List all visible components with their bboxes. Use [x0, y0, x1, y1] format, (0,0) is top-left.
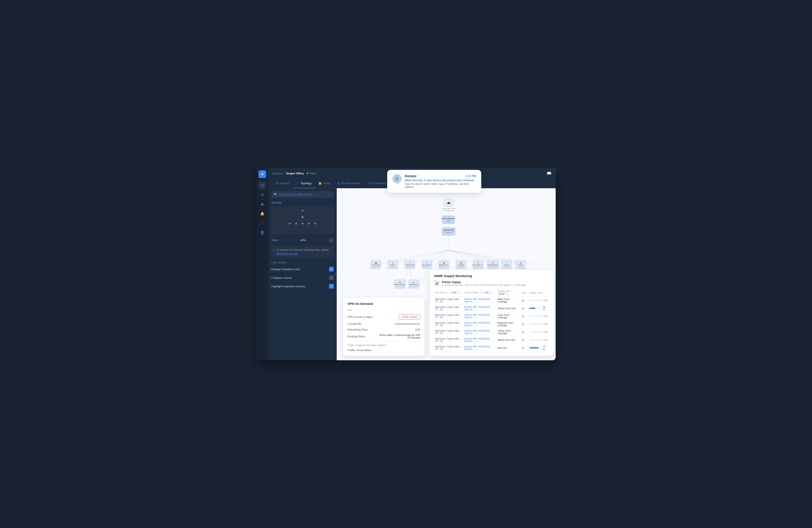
td-level: 0 % — [528, 328, 549, 336]
topology-canvas[interactable]: ☁ Down 416.7 Mb/s Up 16.83 Mb/s Dream Ma… — [337, 188, 556, 360]
svg-text:ManageEngine1...: ManageEngine1... — [487, 264, 499, 266]
tab-remote-access-label: Remote Access — [341, 182, 361, 185]
table-row: BistroVista - Draper office - UT - USBro… — [434, 304, 549, 312]
svg-text:📡: 📡 — [426, 262, 428, 264]
filter-item-highlight-important: Highlight Important Devices ✓ — [271, 284, 334, 289]
sidebar-icon-download[interactable]: ↓ — [259, 219, 266, 227]
td-type: 🖨 — [520, 304, 528, 312]
notification-popup: D Domotz 1:21 PM [New Device]: A new dev… — [387, 170, 481, 193]
close-tunnel-button[interactable]: Close Tunnel — [399, 314, 420, 319]
supply-sort-icon[interactable]: ⇅ — [511, 290, 512, 292]
device-sort-icon[interactable]: ⇅ — [480, 291, 481, 294]
scale-expand-icon[interactable]: ✥ — [329, 238, 334, 243]
td-device[interactable]: Brother MFC-9340CDW - Main Pr... > — [463, 312, 496, 320]
tab-alerts[interactable]: 🔔 Alerts — [315, 179, 334, 188]
vpn-routing-label: Routing Policy — [347, 335, 365, 338]
device-filter-input[interactable] — [482, 291, 493, 294]
tab-remote-access[interactable]: 🖧 Remote Access — [334, 179, 364, 188]
printer-icon: 🖨 — [434, 280, 440, 286]
td-device[interactable]: Brother MFC-9340CDW - Main Pr... > — [463, 344, 496, 352]
td-device[interactable]: Brother MFC-9340CDW - Main Pr... > — [463, 297, 496, 304]
td-supply: Belt Unit — [496, 344, 520, 352]
devices-tab-icon: ⊞ — [276, 182, 278, 185]
col-site-name: Site Name ⇅ — [434, 289, 463, 297]
td-site: BistroVista - Draper office - UT - US — [434, 312, 463, 320]
vpn-remaining-value: 1 hr — [416, 328, 420, 331]
vpn-routing-row: Routing Policy All the traffic is routed… — [347, 334, 420, 339]
svg-text:Graphit...: Graphit... — [390, 266, 395, 268]
snmp-printer-row: 🖨 Printer Supply 3 monitored devices · R… — [434, 280, 549, 286]
tab-alerts-label: Alerts — [323, 182, 330, 185]
svg-text:USW-24-PoE: USW-24-PoE — [444, 229, 454, 231]
alerts-tab-icon: 🔔 — [318, 182, 322, 185]
svg-text:LTS Camera: LTS Camera — [372, 264, 380, 266]
created-by-bar — [394, 323, 420, 325]
svg-text:Cisco Systems, Inc.: Cisco Systems, Inc. — [473, 266, 483, 268]
svg-text:⬡: ⬡ — [506, 262, 507, 263]
td-type: 🖨 — [520, 328, 528, 336]
svg-point-18 — [302, 223, 303, 225]
sidebar-icon-settings[interactable]: ⚙ — [259, 191, 266, 199]
table-row: BistroVista - Draper office - UT - USBro… — [434, 344, 549, 352]
mini-map — [271, 206, 334, 234]
svg-text:🔀: 🔀 — [477, 262, 479, 264]
svg-text:Unknown: Unknown — [518, 266, 523, 268]
filter-devices-label: Filter Devices — [271, 261, 334, 264]
td-level: 0 % — [528, 336, 549, 344]
tab-topology-label: Topology — [300, 182, 311, 185]
svg-text:Hangzhou Hik...: Hangzhou Hik... — [372, 266, 380, 268]
vpn-created-by-label: Created By — [347, 322, 361, 325]
supply-filter-input[interactable] — [498, 292, 508, 296]
search-input[interactable] — [279, 193, 331, 196]
td-device[interactable]: Brother MFC-9340CDW - Main Pr... > — [463, 328, 496, 336]
svg-text:💾: 💾 — [460, 262, 462, 264]
td-type: 🖨 — [520, 320, 528, 328]
status-dot — [307, 173, 308, 174]
sidebar-icon-network[interactable]: ⊕ — [259, 182, 266, 189]
search-icon: 🔍 — [274, 193, 277, 196]
breadcrumb-explorer[interactable]: Explorer — [273, 172, 283, 175]
sidebar-logo[interactable]: d — [259, 170, 266, 178]
sidebar-icon-user[interactable]: 👤 — [259, 228, 266, 236]
info-box: ℹ To improve the Network Topology Map, p… — [271, 246, 334, 258]
tab-topology[interactable]: ⋮ Topology — [293, 179, 315, 188]
snmp-title: SNMP Supply Monitoring — [434, 274, 549, 278]
filter-collapse-leaves-checkbox[interactable]: — — [329, 275, 334, 280]
tab-connectivity[interactable]: ◎ Connectivity — [364, 179, 390, 188]
svg-line-11 — [309, 224, 311, 230]
svg-point-15 — [302, 216, 304, 218]
svg-text:Ubiquiti: Ubiquiti — [446, 220, 451, 222]
td-device[interactable]: Brother MFC-9340CDW - Main Pr... > — [463, 304, 496, 312]
follow-checklist-link[interactable]: follow this checklist — [276, 252, 298, 255]
sidebar-icon-monitor[interactable]: ◉ — [259, 200, 266, 208]
site-sort-icon[interactable]: ⇅ — [447, 291, 449, 294]
svg-text:Cisco Switch - S...: Cisco Switch - S... — [472, 264, 484, 266]
book-icon[interactable]: 📖 — [547, 171, 551, 176]
td-level: 0 % — [528, 320, 549, 328]
svg-point-16 — [289, 223, 291, 225]
notification-avatar: D — [392, 174, 402, 184]
info-text: To improve the Network Topology Map, ple… — [276, 248, 329, 252]
filter-item-collapse-leaves: Collapse Leaves — — [271, 275, 334, 280]
svg-text:☁: ☁ — [447, 200, 450, 204]
status-text: Online — [309, 172, 316, 174]
td-level: 0 % — [528, 312, 549, 320]
sidebar-icon-alerts[interactable]: 🔔 — [259, 210, 266, 217]
svg-text:git-insert: git-insert — [504, 264, 509, 266]
tab-devices[interactable]: ⊞ Devices — [273, 179, 293, 188]
printer-info-title: Printer Supply — [442, 281, 526, 284]
vpn-divider — [347, 341, 420, 342]
site-filter-input[interactable] — [449, 291, 460, 294]
td-device[interactable]: Brother MFC-9340CDW - Main Pr... > — [463, 320, 496, 328]
td-level: 50 % — [528, 304, 549, 312]
vpn-traffic-row: Traffic consumption – — [347, 348, 420, 352]
td-device[interactable]: Brother MFC-9340CDW - Main Pr... > — [463, 336, 496, 344]
printer-info-sub: 3 monitored devices · Rick, Printers-Onl… — [442, 284, 526, 286]
sidebar: d ⊕ ⚙ ◉ 🔔 ↓ 👤 — [256, 168, 268, 360]
filter-highlight-checkbox[interactable]: ✓ — [329, 284, 334, 289]
filter-outdated-links-checkbox[interactable]: ✓ — [329, 267, 334, 271]
filter-highlight-text: Highlight Important Devices — [271, 285, 305, 288]
svg-line-13 — [315, 224, 318, 230]
svg-text:IMEDAC-OORP...: IMEDAC-OORP... — [488, 266, 498, 268]
vpn-remaining-row: Remaining Time 1 hr — [347, 328, 420, 331]
